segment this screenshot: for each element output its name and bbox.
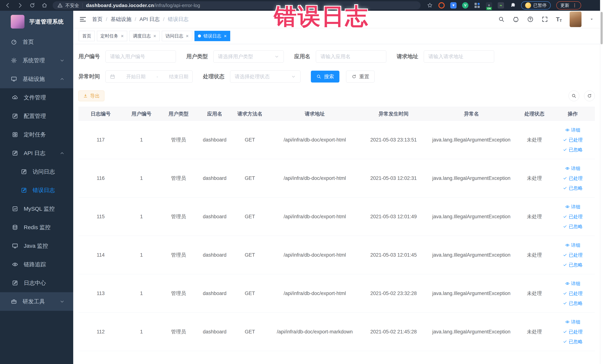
sidebar-item-8[interactable]: 错误日志 bbox=[0, 181, 73, 200]
scrollbar-thumb[interactable] bbox=[601, 12, 603, 44]
reload-button[interactable] bbox=[29, 2, 35, 8]
hamburger-icon[interactable] bbox=[79, 16, 87, 23]
fullscreen-icon[interactable] bbox=[542, 16, 548, 23]
ignored-link[interactable]: 已忽略 bbox=[563, 147, 583, 153]
check-icon bbox=[563, 339, 567, 344]
error-log-table: 日志编号用户编号用户类型应用名请求方法名请求地址异常发生时间异常名处理状态操作 … bbox=[78, 107, 595, 351]
sidebar-item-14[interactable]: 研发工具 bbox=[0, 292, 73, 311]
forward-button[interactable] bbox=[17, 2, 23, 8]
ignored-link[interactable]: 已忽略 bbox=[563, 300, 583, 306]
sidebar-item-7[interactable]: 访问日志 bbox=[0, 163, 73, 181]
security-label[interactable]: 不安全 bbox=[65, 2, 79, 9]
processed-link[interactable]: 已处理 bbox=[563, 329, 583, 335]
extension-icon[interactable]: V bbox=[462, 2, 468, 9]
extensions-puzzle-icon[interactable] bbox=[510, 2, 515, 8]
cell-user_id: 1 bbox=[123, 214, 160, 220]
check-icon bbox=[563, 186, 567, 190]
ignored-link[interactable]: 已忽略 bbox=[563, 339, 583, 345]
tab-0[interactable]: 首页 bbox=[79, 31, 95, 41]
processed-link[interactable]: 已处理 bbox=[563, 252, 583, 258]
sidebar-item-4[interactable]: 配置管理 bbox=[0, 107, 73, 125]
check-icon bbox=[563, 176, 567, 180]
cell-actions: 详细已处理已忽略 bbox=[551, 319, 594, 345]
sidebar-item-9[interactable]: MySQL 监控 bbox=[0, 200, 73, 218]
chevron-down-icon[interactable] bbox=[589, 17, 594, 22]
sidebar-item-1[interactable]: 系统管理 bbox=[0, 51, 73, 70]
chrome-update-pill[interactable]: 更新 bbox=[556, 1, 581, 10]
help-icon[interactable] bbox=[527, 16, 534, 23]
cell-actions: 详细已处理已忽略 bbox=[551, 242, 594, 268]
page-scrollbar[interactable] bbox=[600, 0, 603, 364]
tab-1[interactable]: 定时任务× bbox=[97, 31, 127, 41]
sidebar-item-6[interactable]: API 日志 bbox=[0, 144, 73, 163]
column-header: 异常名 bbox=[425, 110, 518, 117]
ignored-link[interactable]: 已忽略 bbox=[563, 185, 583, 191]
font-size-icon[interactable]: TT bbox=[556, 16, 562, 23]
sidebar-item-2[interactable]: 基础设施 bbox=[0, 70, 73, 88]
date-range-input[interactable]: 开始日期-结束日期 bbox=[105, 70, 193, 83]
github-icon[interactable] bbox=[512, 16, 519, 23]
sidebar-item-3[interactable]: 文件管理 bbox=[0, 88, 73, 107]
extension-icon[interactable] bbox=[438, 2, 445, 9]
detail-link[interactable]: 详细 bbox=[565, 165, 580, 172]
processed-link[interactable]: 已处理 bbox=[563, 290, 583, 296]
sidebar-item-10[interactable]: Redis 监控 bbox=[0, 218, 73, 237]
bookmark-star-icon[interactable] bbox=[427, 2, 433, 8]
export-button[interactable]: 导出 bbox=[78, 91, 104, 101]
profile-paused-pill[interactable]: 已暂停 bbox=[521, 1, 551, 10]
tab-close-icon[interactable]: × bbox=[224, 34, 227, 38]
field-select[interactable]: 请选择处理状态 bbox=[230, 70, 301, 83]
tab-4[interactable]: 错误日志× bbox=[195, 31, 230, 41]
table-header: 日志编号用户编号用户类型应用名请求方法名请求地址异常发生时间异常名处理状态操作 bbox=[78, 107, 595, 121]
detail-link[interactable]: 详细 bbox=[565, 127, 580, 133]
extension-icon[interactable] bbox=[474, 2, 480, 9]
back-button[interactable] bbox=[5, 2, 11, 8]
toggle-search-button[interactable] bbox=[568, 91, 579, 101]
chevron-down-icon bbox=[59, 299, 65, 304]
check-icon bbox=[563, 329, 567, 334]
tab-close-icon[interactable]: × bbox=[186, 34, 188, 38]
search-icon[interactable] bbox=[498, 16, 505, 23]
sidebar-item-5[interactable]: 定时任务 bbox=[0, 125, 73, 144]
download-icon bbox=[83, 94, 88, 98]
reset-button[interactable]: 重置 bbox=[346, 71, 375, 82]
extension-icon[interactable]: ▼ bbox=[450, 2, 457, 9]
tab-3[interactable]: 访问日志× bbox=[162, 31, 192, 41]
detail-link[interactable]: 详细 bbox=[565, 281, 580, 287]
breadcrumb-item[interactable]: 基础设施 bbox=[111, 16, 131, 23]
detail-link[interactable]: 详细 bbox=[565, 242, 580, 248]
extension-icon[interactable]: ≡ON bbox=[486, 2, 492, 9]
refresh-button[interactable] bbox=[584, 91, 595, 101]
cell-url: /api/infra/db-doc/export-html bbox=[267, 252, 362, 258]
breadcrumb-item[interactable]: 首页 bbox=[92, 16, 103, 23]
browser-nav-buttons bbox=[5, 2, 47, 8]
sidebar-item-11[interactable]: Java 监控 bbox=[0, 237, 73, 255]
app-logo-row[interactable]: 芋道管理系统 bbox=[0, 11, 73, 33]
tab-label: 错误日志 bbox=[204, 33, 221, 39]
toolbox-icon bbox=[11, 298, 17, 305]
user-avatar[interactable] bbox=[570, 12, 581, 27]
sidebar-item-0[interactable]: 首页 bbox=[0, 33, 73, 51]
breadcrumb-item[interactable]: API 日志 bbox=[139, 16, 160, 23]
tab-close-icon[interactable]: × bbox=[153, 34, 156, 38]
processed-link[interactable]: 已处理 bbox=[563, 214, 583, 220]
sidebar-item-12[interactable]: 链路追踪 bbox=[0, 255, 73, 274]
ignored-link[interactable]: 已忽略 bbox=[563, 223, 583, 230]
detail-link[interactable]: 详细 bbox=[565, 204, 580, 210]
extension-icon[interactable]: ❧ bbox=[498, 2, 504, 9]
tab-close-icon[interactable]: × bbox=[121, 34, 124, 38]
field-input[interactable] bbox=[316, 50, 386, 63]
address-bar[interactable]: 不安全 dashboard.yudao.iocoder.cn /infra/lo… bbox=[53, 1, 421, 10]
detail-link[interactable]: 详细 bbox=[565, 319, 580, 325]
processed-link[interactable]: 已处理 bbox=[563, 137, 583, 143]
field-input[interactable] bbox=[424, 50, 494, 63]
home-button[interactable] bbox=[42, 2, 47, 8]
processed-link[interactable]: 已处理 bbox=[563, 175, 583, 181]
ignored-link[interactable]: 已忽略 bbox=[563, 262, 583, 268]
sidebar-item-13[interactable]: 日志中心 bbox=[0, 274, 73, 292]
field-input[interactable] bbox=[105, 50, 176, 63]
tab-2[interactable]: 调度日志× bbox=[129, 31, 160, 41]
field-select[interactable]: 请选择用户类型 bbox=[213, 50, 284, 63]
search-button[interactable]: 搜索 bbox=[311, 71, 339, 82]
table-row-116: 1161管理员dashboardGET/api/infra/db-doc/exp… bbox=[78, 159, 595, 198]
